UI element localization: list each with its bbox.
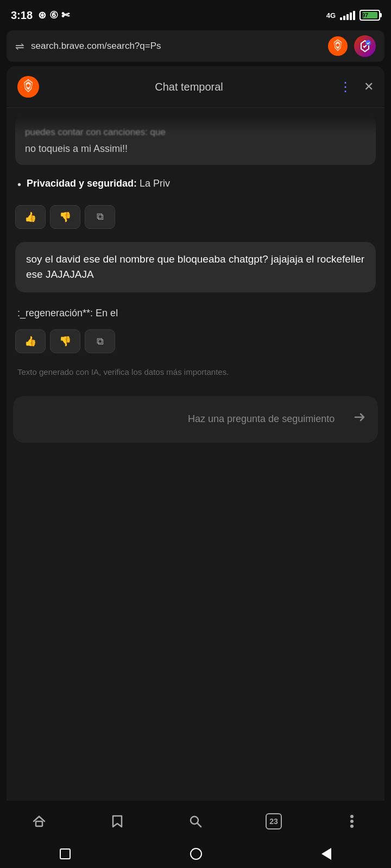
- system-home-button[interactable]: [190, 848, 202, 860]
- bullet-content: La Priv: [137, 178, 170, 189]
- thumbup-button-2[interactable]: 👍: [15, 329, 46, 353]
- chat-container: Chat temporal ⋮ ✕ puedes contar con canc…: [7, 66, 384, 804]
- system-nav: [0, 840, 391, 868]
- copy-button-2[interactable]: ⧉: [85, 329, 115, 353]
- chat-close-button[interactable]: ✕: [364, 80, 374, 94]
- tabs-count-text: 23: [269, 817, 278, 826]
- signal-4g-label: 4G: [326, 11, 336, 20]
- square-icon: [60, 848, 71, 859]
- home-icon: [31, 814, 47, 829]
- chat-title: Chat temporal: [46, 81, 332, 93]
- system-back-button[interactable]: [321, 848, 331, 860]
- nav-home-button[interactable]: [23, 810, 55, 832]
- partial-main-text: no toqueis a mi Assimi!!: [25, 142, 366, 156]
- input-placeholder-text: Haz una pregunta de seguimiento: [188, 412, 345, 426]
- browser-url[interactable]: search.brave.com/search?q=Ps: [31, 41, 321, 52]
- browser-filter-icon: ⇌: [15, 40, 24, 53]
- status-icons: ⊛ ⑥ ✄: [38, 9, 70, 21]
- chat-messages: puedes contar con canciones: que no toqu…: [7, 117, 384, 392]
- feedback-row-1: 👍 👎 ⧉: [15, 203, 376, 238]
- thumbdown-button-2[interactable]: 👎: [50, 329, 80, 353]
- feedback-row-2: 👍 👎 ⧉: [15, 327, 376, 362]
- send-icon: [352, 410, 367, 425]
- svg-point-16: [350, 820, 354, 823]
- system-square-button[interactable]: [60, 848, 71, 859]
- thumbdown-icon-1: 👎: [59, 211, 71, 223]
- partial-fade-text: puedes contar con canciones: que: [25, 125, 366, 139]
- svg-point-17: [350, 825, 354, 828]
- send-button[interactable]: [352, 410, 367, 429]
- ai-bullet-text: Privacidad y seguridad: La Priv: [27, 176, 170, 192]
- call-icon: ✄: [61, 9, 70, 21]
- signal-bars: [340, 10, 355, 20]
- svg-point-4: [336, 44, 339, 47]
- copy-icon-2: ⧉: [97, 336, 104, 347]
- ai-short-response: :_regeneración**: En el: [15, 301, 376, 328]
- nav-more-icon: [350, 814, 354, 829]
- bullet-label: Privacidad y seguridad:: [27, 178, 137, 189]
- ai-bullet-response: • Privacidad y seguridad: La Priv: [15, 171, 376, 200]
- signal-bar-4: [350, 12, 352, 20]
- thumbup-button-1[interactable]: 👍: [15, 205, 46, 229]
- chat-header: Chat temporal ⋮ ✕: [7, 66, 384, 108]
- search-icon: [188, 814, 203, 829]
- bookmark-icon: [110, 814, 124, 829]
- browser-profile-icon[interactable]: [354, 35, 376, 57]
- threads-icon: ⊛: [38, 9, 46, 21]
- browser-bar[interactable]: ⇌ search.brave.com/search?q=Ps: [7, 30, 384, 62]
- battery-percent: 97: [362, 12, 368, 18]
- signal-bar-1: [340, 17, 342, 20]
- user-message: soy el david ese del nombre que bloqueab…: [15, 242, 376, 292]
- status-time: 3:18: [11, 9, 33, 22]
- thumbup-icon-1: 👍: [24, 211, 36, 223]
- svg-point-11: [27, 84, 30, 87]
- svg-rect-12: [36, 821, 42, 826]
- previous-ai-message: puedes contar con canciones: que no toqu…: [15, 117, 376, 165]
- chat-input-area[interactable]: Haz una pregunta de seguimiento: [13, 396, 378, 443]
- thumbdown-button-1[interactable]: 👎: [50, 205, 80, 229]
- battery-icon: 97: [360, 10, 380, 21]
- svg-point-15: [350, 815, 354, 818]
- chat-more-button[interactable]: ⋮: [339, 79, 353, 94]
- nav-more-button[interactable]: [336, 810, 368, 832]
- nav-bookmark-button[interactable]: [101, 810, 134, 832]
- svg-line-14: [197, 823, 201, 827]
- nav-tabs-button[interactable]: 23: [257, 810, 290, 832]
- disclaimer-text: Texto generado con IA, verifica los dato…: [15, 362, 376, 392]
- copy-button-1[interactable]: ⧉: [85, 205, 115, 229]
- thumbdown-icon-2: 👎: [59, 335, 71, 347]
- bottom-nav: 23: [0, 801, 391, 840]
- status-bar: 3:18 ⊛ ⑥ ✄ 4G 97: [0, 0, 391, 28]
- svg-point-6: [365, 40, 371, 46]
- signal-bar-2: [343, 16, 345, 20]
- battery-tip: [380, 13, 382, 17]
- signal-bar-5: [353, 11, 355, 20]
- thumbup-icon-2: 👍: [24, 335, 36, 347]
- brave-browser-icon: [328, 36, 348, 56]
- circle-icon: [190, 848, 202, 860]
- bullet-dot: •: [17, 176, 21, 193]
- battery-wrapper: 97: [360, 10, 380, 21]
- signal-bar-3: [346, 14, 349, 20]
- copy-icon-1: ⧉: [97, 211, 104, 222]
- status-left: 3:18 ⊛ ⑥ ✄: [11, 9, 70, 22]
- profile-checkmark-icon: [358, 40, 371, 53]
- chat-input-field[interactable]: [24, 406, 181, 433]
- nav-search-button[interactable]: [179, 810, 212, 832]
- status-right: 4G 97: [326, 10, 380, 21]
- triangle-back-icon: [321, 848, 331, 860]
- app-icon-2: ⑥: [49, 9, 58, 21]
- brave-leo-logo: [17, 76, 39, 98]
- tabs-count-badge: 23: [266, 813, 282, 829]
- bullet-item-privacy: • Privacidad y seguridad: La Priv: [17, 176, 374, 193]
